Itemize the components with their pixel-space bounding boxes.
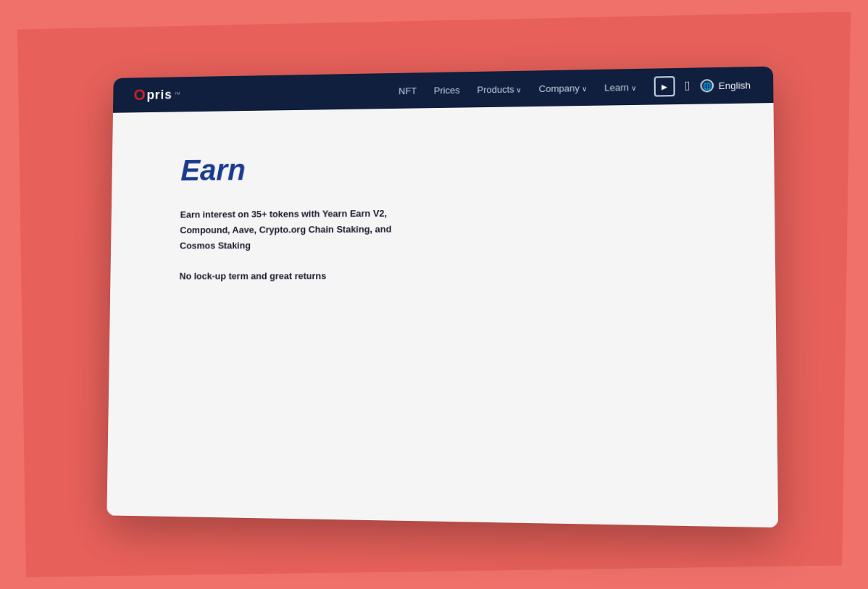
nav-item-learn[interactable]: Learn <box>604 80 636 93</box>
nav-item-products[interactable]: Products <box>477 82 521 96</box>
logo-o-letter: O <box>133 85 146 104</box>
play-store-button[interactable] <box>654 76 675 97</box>
earn-title: Earn <box>180 147 714 187</box>
nav-item-nft[interactable]: NFT <box>398 84 417 97</box>
logo-trademark: ™ <box>174 91 180 98</box>
language-label: English <box>719 79 751 91</box>
apple-store-button[interactable]:  <box>685 78 690 93</box>
language-selector[interactable]: 🌐 English <box>701 78 751 92</box>
logo[interactable]: O pris ™ <box>133 85 180 104</box>
nav-item-company[interactable]: Company <box>539 81 587 95</box>
globe-icon: 🌐 <box>701 79 714 92</box>
earn-description: Earn interest on 35+ tokens with Yearn E… <box>180 205 406 254</box>
earn-tagline: No lock-up term and great returns <box>179 270 714 281</box>
nav-links: NFT Prices Products Company Learn <box>398 80 636 96</box>
logo-brand-name: pris <box>146 87 172 102</box>
nav-item-prices[interactable]: Prices <box>434 83 460 96</box>
nav-right-controls:  🌐 English <box>654 75 751 96</box>
page-content: Earn Earn interest on 35+ tokens with Ye… <box>107 103 778 527</box>
browser-window: O pris ™ NFT Prices Products Company Lea… <box>107 66 778 527</box>
